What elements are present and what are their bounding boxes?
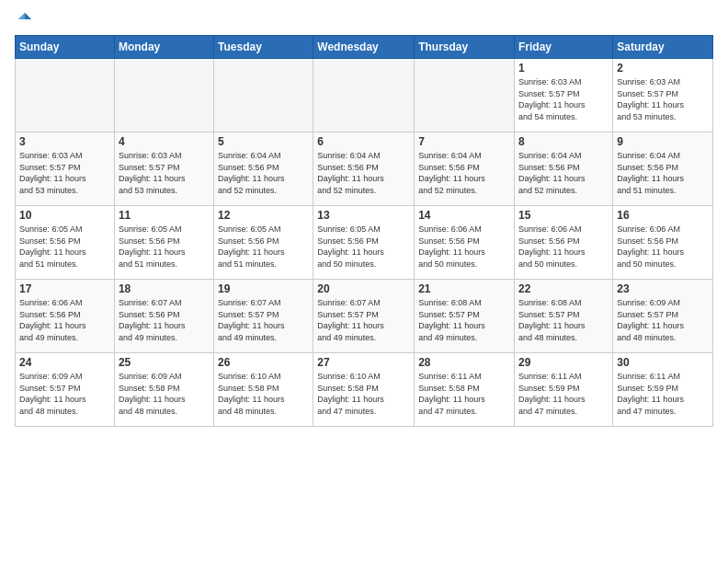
day-info: Sunrise: 6:04 AMSunset: 5:56 PMDaylight:… <box>418 150 510 196</box>
day-number: 4 <box>119 135 210 148</box>
day-info: Sunrise: 6:09 AMSunset: 5:57 PMDaylight:… <box>19 371 110 417</box>
day-info: Sunrise: 6:11 AMSunset: 5:59 PMDaylight:… <box>617 371 709 417</box>
calendar-header-row: SundayMondayTuesdayWednesdayThursdayFrid… <box>16 36 713 59</box>
day-number: 13 <box>317 209 410 222</box>
weekday-header: Monday <box>114 36 213 59</box>
calendar-cell: 8Sunrise: 6:04 AMSunset: 5:56 PMDaylight… <box>515 132 613 206</box>
calendar-cell: 6Sunrise: 6:04 AMSunset: 5:56 PMDaylight… <box>313 132 415 206</box>
calendar-week-row: 1Sunrise: 6:03 AMSunset: 5:57 PMDaylight… <box>16 59 713 132</box>
day-info: Sunrise: 6:05 AMSunset: 5:56 PMDaylight:… <box>218 224 309 270</box>
day-info: Sunrise: 6:03 AMSunset: 5:57 PMDaylight:… <box>119 150 210 196</box>
day-info: Sunrise: 6:05 AMSunset: 5:56 PMDaylight:… <box>119 224 210 270</box>
calendar-cell: 3Sunrise: 6:03 AMSunset: 5:57 PMDaylight… <box>16 132 115 206</box>
day-number: 14 <box>418 209 510 222</box>
day-info: Sunrise: 6:07 AMSunset: 5:57 PMDaylight:… <box>317 297 410 343</box>
day-info: Sunrise: 6:08 AMSunset: 5:57 PMDaylight:… <box>418 297 510 343</box>
svg-marker-1 <box>18 13 25 19</box>
weekday-header: Saturday <box>613 36 713 59</box>
calendar-cell: 25Sunrise: 6:09 AMSunset: 5:58 PMDayligh… <box>114 353 213 427</box>
day-info: Sunrise: 6:06 AMSunset: 5:56 PMDaylight:… <box>617 224 709 270</box>
weekday-header: Friday <box>515 36 613 59</box>
calendar-cell: 15Sunrise: 6:06 AMSunset: 5:56 PMDayligh… <box>515 206 613 280</box>
day-info: Sunrise: 6:06 AMSunset: 5:56 PMDaylight:… <box>418 224 510 270</box>
day-number: 21 <box>418 282 510 295</box>
calendar-cell: 20Sunrise: 6:07 AMSunset: 5:57 PMDayligh… <box>313 280 415 353</box>
calendar-week-row: 24Sunrise: 6:09 AMSunset: 5:57 PMDayligh… <box>16 353 713 427</box>
calendar-cell: 11Sunrise: 6:05 AMSunset: 5:56 PMDayligh… <box>114 206 213 280</box>
calendar-cell <box>214 59 313 132</box>
calendar-cell: 26Sunrise: 6:10 AMSunset: 5:58 PMDayligh… <box>214 353 313 427</box>
day-info: Sunrise: 6:09 AMSunset: 5:58 PMDaylight:… <box>119 371 210 417</box>
calendar-cell: 1Sunrise: 6:03 AMSunset: 5:57 PMDaylight… <box>515 59 613 132</box>
day-info: Sunrise: 6:06 AMSunset: 5:56 PMDaylight:… <box>518 224 609 270</box>
calendar-cell: 12Sunrise: 6:05 AMSunset: 5:56 PMDayligh… <box>214 206 313 280</box>
day-info: Sunrise: 6:10 AMSunset: 5:58 PMDaylight:… <box>317 371 410 417</box>
day-info: Sunrise: 6:09 AMSunset: 5:57 PMDaylight:… <box>617 297 709 343</box>
day-info: Sunrise: 6:07 AMSunset: 5:57 PMDaylight:… <box>218 297 309 343</box>
calendar-cell: 23Sunrise: 6:09 AMSunset: 5:57 PMDayligh… <box>613 280 713 353</box>
calendar-cell: 18Sunrise: 6:07 AMSunset: 5:56 PMDayligh… <box>114 280 213 353</box>
calendar-cell: 5Sunrise: 6:04 AMSunset: 5:56 PMDaylight… <box>214 132 313 206</box>
calendar-cell: 9Sunrise: 6:04 AMSunset: 5:56 PMDaylight… <box>613 132 713 206</box>
day-number: 30 <box>617 356 709 369</box>
calendar-cell <box>16 59 115 132</box>
day-number: 29 <box>518 356 609 369</box>
day-number: 2 <box>617 62 709 75</box>
calendar-cell: 29Sunrise: 6:11 AMSunset: 5:59 PMDayligh… <box>515 353 613 427</box>
calendar-cell: 21Sunrise: 6:08 AMSunset: 5:57 PMDayligh… <box>415 280 515 353</box>
day-info: Sunrise: 6:04 AMSunset: 5:56 PMDaylight:… <box>617 150 709 196</box>
day-number: 1 <box>518 62 609 75</box>
header <box>15 11 713 28</box>
calendar-cell: 22Sunrise: 6:08 AMSunset: 5:57 PMDayligh… <box>515 280 613 353</box>
day-number: 8 <box>518 135 609 148</box>
day-number: 26 <box>218 356 309 369</box>
day-number: 22 <box>518 282 609 295</box>
weekday-header: Tuesday <box>214 36 313 59</box>
day-number: 3 <box>19 135 110 148</box>
day-info: Sunrise: 6:06 AMSunset: 5:56 PMDaylight:… <box>19 297 110 343</box>
calendar-cell: 27Sunrise: 6:10 AMSunset: 5:58 PMDayligh… <box>313 353 415 427</box>
day-number: 28 <box>418 356 510 369</box>
day-number: 17 <box>19 282 110 295</box>
day-number: 25 <box>119 356 210 369</box>
day-number: 16 <box>617 209 709 222</box>
logo-icon <box>17 11 33 28</box>
day-number: 24 <box>19 356 110 369</box>
calendar-cell <box>415 59 515 132</box>
calendar-cell <box>313 59 415 132</box>
calendar-cell: 10Sunrise: 6:05 AMSunset: 5:56 PMDayligh… <box>16 206 115 280</box>
day-number: 9 <box>617 135 709 148</box>
calendar-cell: 13Sunrise: 6:05 AMSunset: 5:56 PMDayligh… <box>313 206 415 280</box>
weekday-header: Wednesday <box>313 36 415 59</box>
calendar-cell: 7Sunrise: 6:04 AMSunset: 5:56 PMDaylight… <box>415 132 515 206</box>
day-number: 23 <box>617 282 709 295</box>
day-number: 15 <box>518 209 609 222</box>
calendar-cell: 28Sunrise: 6:11 AMSunset: 5:58 PMDayligh… <box>415 353 515 427</box>
calendar-cell: 14Sunrise: 6:06 AMSunset: 5:56 PMDayligh… <box>415 206 515 280</box>
day-info: Sunrise: 6:03 AMSunset: 5:57 PMDaylight:… <box>518 76 609 122</box>
calendar-week-row: 17Sunrise: 6:06 AMSunset: 5:56 PMDayligh… <box>16 280 713 353</box>
day-info: Sunrise: 6:04 AMSunset: 5:56 PMDaylight:… <box>317 150 410 196</box>
calendar-cell <box>114 59 213 132</box>
day-info: Sunrise: 6:03 AMSunset: 5:57 PMDaylight:… <box>617 76 709 122</box>
day-number: 18 <box>119 282 210 295</box>
day-info: Sunrise: 6:10 AMSunset: 5:58 PMDaylight:… <box>218 371 309 417</box>
day-info: Sunrise: 6:04 AMSunset: 5:56 PMDaylight:… <box>218 150 309 196</box>
calendar-cell: 2Sunrise: 6:03 AMSunset: 5:57 PMDaylight… <box>613 59 713 132</box>
calendar-week-row: 10Sunrise: 6:05 AMSunset: 5:56 PMDayligh… <box>16 206 713 280</box>
calendar-cell: 16Sunrise: 6:06 AMSunset: 5:56 PMDayligh… <box>613 206 713 280</box>
day-info: Sunrise: 6:08 AMSunset: 5:57 PMDaylight:… <box>518 297 609 343</box>
day-info: Sunrise: 6:05 AMSunset: 5:56 PMDaylight:… <box>317 224 410 270</box>
day-number: 6 <box>317 135 410 148</box>
day-number: 27 <box>317 356 410 369</box>
day-info: Sunrise: 6:04 AMSunset: 5:56 PMDaylight:… <box>518 150 609 196</box>
day-number: 19 <box>218 282 309 295</box>
day-info: Sunrise: 6:11 AMSunset: 5:59 PMDaylight:… <box>518 371 609 417</box>
day-number: 12 <box>218 209 309 222</box>
day-number: 7 <box>418 135 510 148</box>
weekday-header: Sunday <box>16 36 115 59</box>
calendar-cell: 4Sunrise: 6:03 AMSunset: 5:57 PMDaylight… <box>114 132 213 206</box>
day-info: Sunrise: 6:07 AMSunset: 5:56 PMDaylight:… <box>119 297 210 343</box>
calendar-cell: 24Sunrise: 6:09 AMSunset: 5:57 PMDayligh… <box>16 353 115 427</box>
day-info: Sunrise: 6:05 AMSunset: 5:56 PMDaylight:… <box>19 224 110 270</box>
